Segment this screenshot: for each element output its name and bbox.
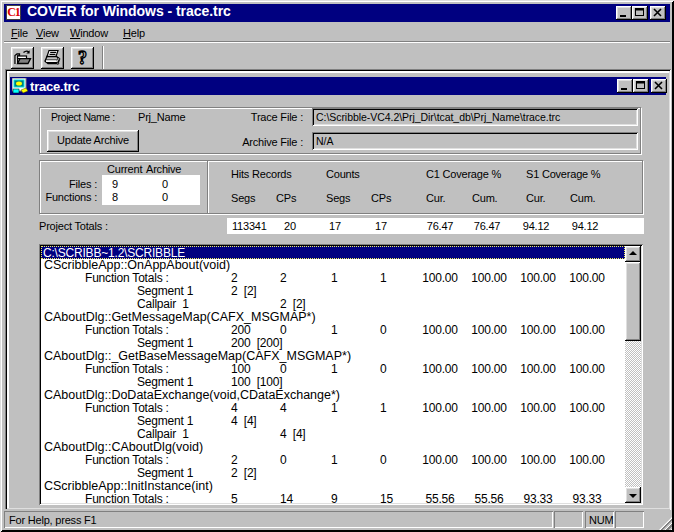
svg-text:?: ? [78, 48, 87, 68]
